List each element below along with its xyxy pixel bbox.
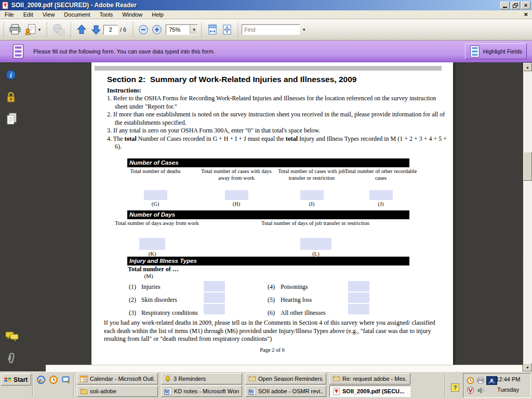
zoom-in-button[interactable] [150, 22, 164, 37]
mail-icon [332, 375, 340, 382]
start-button[interactable]: Start [1, 374, 31, 385]
notification-message: Please fill out the following form. You … [33, 48, 215, 55]
folder-icon [80, 388, 88, 395]
taskbar-separator [73, 374, 74, 397]
task-button-soii-adobe-word[interactable]: W SOII adobe - OSMR revi... [245, 385, 326, 397]
pages-icon[interactable] [5, 112, 18, 126]
toolbar-gripper [2, 22, 5, 37]
outlook-icon[interactable] [49, 375, 58, 384]
field-M5[interactable] [348, 292, 369, 303]
virus-shield-icon[interactable] [467, 387, 474, 394]
toolbar-gripper [131, 22, 135, 37]
field-M4[interactable] [348, 281, 369, 291]
task-button-calendar[interactable]: Calendar - Microsoft Outl... [77, 373, 158, 384]
section-header-number-of-cases: Number of Cases [127, 158, 409, 167]
word-icon: W [164, 388, 172, 395]
task-button-soii-pdf-active[interactable]: SOII_2009.pdf (SECU... [329, 385, 410, 397]
menu-edit[interactable]: Edit [19, 11, 38, 18]
comments-icon[interactable] [5, 330, 19, 343]
zoom-out-button[interactable] [137, 22, 150, 37]
fit-width-icon [207, 23, 218, 36]
volume-icon[interactable] [477, 387, 485, 394]
adobe-pdf-app-icon [2, 2, 9, 9]
field-L[interactable] [300, 238, 331, 250]
fit-page-button[interactable] [220, 22, 234, 37]
field-M2[interactable] [204, 292, 225, 303]
menu-tools[interactable]: Tools [95, 11, 118, 18]
type-number: (5) [268, 296, 275, 304]
reminder-clock-icon[interactable] [467, 377, 474, 384]
task-button-re-request-mail[interactable]: Re: request adobe - Mes... [329, 373, 410, 384]
field-G[interactable] [144, 190, 167, 200]
field-code: (G) [116, 201, 194, 207]
print-button[interactable] [7, 22, 23, 37]
column-label: Total number of deaths [116, 168, 194, 175]
help-tray-icon[interactable]: ? [451, 383, 459, 392]
type-label: Skin disorders [141, 296, 177, 304]
arrow-down-icon [90, 24, 102, 35]
instruction-item: 2. If more than one establishment is not… [107, 111, 448, 127]
field-K[interactable] [139, 238, 165, 250]
clock-day[interactable]: Tuesday [490, 387, 526, 393]
next-page-button[interactable] [89, 22, 103, 37]
toolbar-gripper [236, 22, 240, 37]
highlight-fields-button[interactable]: Highlight Fields [465, 43, 527, 59]
field-J[interactable] [369, 190, 393, 200]
close-button[interactable]: × [521, 2, 530, 9]
fit-width-button[interactable] [205, 22, 220, 37]
email-form-icon [24, 23, 37, 36]
menu-document[interactable]: Document [59, 11, 95, 18]
find-input[interactable] [242, 25, 290, 34]
find-options-dropdown-icon[interactable]: ▼ [302, 28, 306, 32]
taskbar-separator [445, 374, 446, 397]
page-count-label: / 6 [120, 26, 126, 33]
minimize-button[interactable] [500, 2, 510, 9]
field-H[interactable] [225, 190, 248, 200]
document-close-icon[interactable]: × [524, 11, 528, 18]
toolbar-gripper [69, 22, 72, 37]
collaborate-icon [52, 23, 65, 36]
menu-help[interactable]: Help [147, 11, 168, 18]
field-M1[interactable] [204, 281, 225, 291]
field-I[interactable] [300, 190, 324, 200]
info-icon[interactable]: i [5, 69, 17, 81]
taskbar-separator [32, 374, 33, 397]
attachments-icon[interactable] [5, 351, 17, 365]
windows-logo-icon [4, 376, 12, 383]
clock-time[interactable]: 12:44 PM [490, 376, 526, 382]
task-button-kd-notes-word[interactable]: W KD notes - Microsoft Word [161, 385, 242, 397]
toolbar: ▼ / 6 75% ▼ ▼ [0, 19, 532, 41]
task-button-open-season-mail[interactable]: Open Season Reminders... [245, 373, 326, 384]
internet-explorer-icon[interactable]: e [36, 375, 46, 384]
types-total-label: Total number of … [128, 265, 179, 273]
arrow-up-icon [76, 24, 87, 35]
email-form-button[interactable]: ▼ [23, 22, 43, 37]
instruction-item: 4. The total Number of Cases recorded in… [107, 135, 448, 151]
field-M6[interactable] [348, 304, 369, 314]
zoom-dropdown-button[interactable]: ▼ [190, 25, 197, 34]
printer-tray-icon[interactable] [476, 377, 485, 384]
scrollbar-thumb[interactable] [523, 152, 532, 181]
section-header-injury-illness-types: Injury and Illness Types [127, 257, 409, 265]
show-desktop-icon[interactable] [61, 375, 71, 384]
horizontal-scrollbar[interactable] [46, 365, 523, 371]
scroll-down-button[interactable]: ▼ [523, 363, 532, 371]
restore-button[interactable] [511, 2, 520, 9]
task-button-reminders[interactable]: 3 Reminders [161, 373, 242, 384]
type-label: Poisonings [281, 283, 308, 291]
window-title: SOII_2009.pdf (SECURED) - Adobe Reader [11, 2, 499, 9]
task-button-folder-soii-adobe[interactable]: soii-adobe [77, 385, 158, 397]
vertical-scrollbar[interactable]: ▲ ▼ [523, 63, 532, 371]
menu-file[interactable]: File [0, 11, 19, 18]
scroll-up-button[interactable]: ▲ [523, 63, 532, 71]
field-M3[interactable] [204, 304, 225, 314]
title-bar: SOII_2009.pdf (SECURED) - Adobe Reader × [0, 0, 532, 10]
zoom-level-select[interactable]: 75% ▼ [166, 24, 198, 35]
document-viewport: i Section 2: Summary of Work-Related Inj… [0, 62, 532, 371]
page-number-input[interactable] [103, 25, 118, 35]
menu-view[interactable]: View [38, 11, 60, 18]
menu-window[interactable]: Window [117, 11, 147, 18]
security-lock-icon[interactable] [5, 91, 17, 104]
pdf-page: Section 2: Summary of Work-Related Injur… [91, 62, 453, 365]
previous-page-button[interactable] [74, 22, 89, 37]
